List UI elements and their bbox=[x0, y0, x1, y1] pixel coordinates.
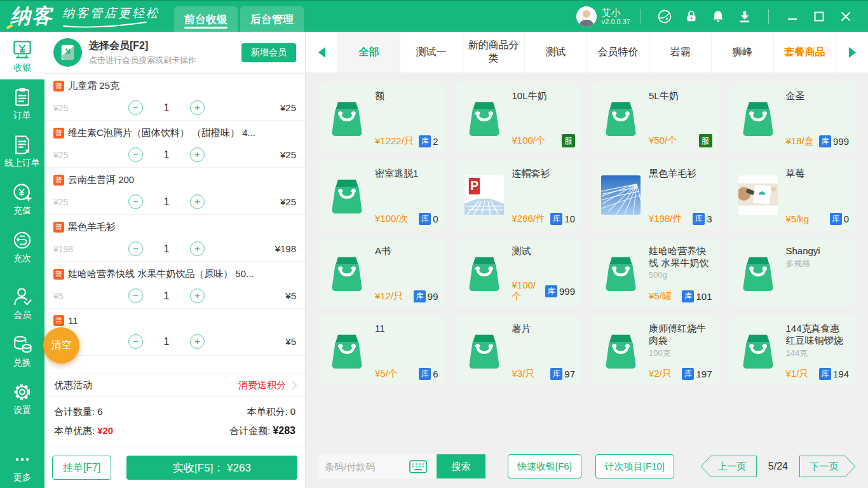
product-card[interactable]: 娃哈哈营养快线 水果牛奶饮 500g ¥5/罐 库 101 bbox=[592, 238, 719, 308]
product-card[interactable]: 密室逃脱1 ¥100/次 库 0 bbox=[318, 160, 445, 230]
sidebar-item-exchange[interactable]: 兑换 bbox=[0, 327, 44, 374]
clear-cart-button[interactable]: 清空 bbox=[43, 327, 79, 363]
category-tab-7[interactable]: 套餐商品 bbox=[773, 32, 836, 72]
parking-logo-image: P bbox=[465, 175, 504, 215]
stock-badge: 库 bbox=[682, 290, 694, 302]
category-tab-0[interactable]: 全部 bbox=[337, 32, 400, 72]
cart-items: 普 儿童霜 25克 ¥25 − 1 + ¥25 普 维生素C泡腾片（固体饮料） … bbox=[44, 74, 305, 374]
sidebar-item-settings[interactable]: 设置 bbox=[0, 374, 44, 422]
download-icon[interactable] bbox=[736, 8, 753, 25]
cart-item-total: ¥5 bbox=[285, 290, 296, 301]
increase-qty-button[interactable]: + bbox=[190, 100, 205, 115]
product-name: 144克真食惠红豆味铜锣烧 bbox=[786, 322, 850, 346]
avatar[interactable] bbox=[576, 6, 597, 27]
sidebar-item-more[interactable]: 更多 bbox=[0, 444, 44, 488]
lock-icon[interactable] bbox=[683, 8, 700, 25]
product-card[interactable]: 草莓 ¥5/kg 库 0 bbox=[729, 160, 856, 230]
category-tab-4[interactable]: 会员特价 bbox=[587, 32, 649, 72]
product-card[interactable]: 5L牛奶 ¥50/个 服 bbox=[592, 83, 719, 152]
cart-item-total: ¥25 bbox=[280, 102, 296, 113]
product-card[interactable]: 10L牛奶 ¥100/个 服 bbox=[456, 83, 582, 152]
increase-qty-button[interactable]: + bbox=[190, 241, 205, 256]
decrease-qty-button[interactable]: − bbox=[128, 194, 143, 209]
category-tab-5[interactable]: 岩霸 bbox=[649, 32, 711, 72]
sidebar-item-orders[interactable]: 订单 bbox=[0, 79, 44, 127]
add-member-button[interactable]: 新增会员 bbox=[241, 43, 296, 62]
sidebar-item-member[interactable]: 会员 bbox=[0, 279, 44, 327]
increase-qty-button[interactable]: + bbox=[190, 334, 205, 349]
header-divider bbox=[641, 9, 641, 24]
maximize-button[interactable] bbox=[810, 8, 829, 25]
product-card[interactable]: 144克真食惠红豆味铜锣烧 144克 ¥1/只 库 194 bbox=[729, 315, 856, 385]
prev-page-button[interactable]: 上一页 bbox=[701, 456, 757, 477]
product-card[interactable]: P 连帽套衫 ¥266/件 库 10 bbox=[456, 160, 582, 230]
decrease-qty-button[interactable]: − bbox=[128, 334, 143, 349]
next-page-button[interactable]: 下一页 bbox=[799, 456, 855, 477]
cart-item-row: 普 娃哈哈营养快线 水果牛奶饮品（原味） 50... ¥5 − 1 + ¥5 bbox=[44, 262, 305, 309]
close-button[interactable] bbox=[836, 8, 855, 25]
order-total-label: 合计金额: bbox=[229, 425, 270, 436]
category-tab-3[interactable]: 测试 bbox=[524, 32, 587, 72]
category-tab-2[interactable]: 新的商品分类 bbox=[462, 32, 524, 72]
header-divider bbox=[768, 9, 769, 24]
keyboard-icon[interactable] bbox=[407, 460, 429, 473]
header-right: 艾小 v2.0.0.37 bbox=[576, 6, 859, 27]
tab-front-cashier[interactable]: 前台收银 bbox=[174, 6, 238, 32]
shopping-bag-icon bbox=[465, 98, 504, 137]
product-card[interactable]: 测试 ¥100/个 库 999 bbox=[456, 238, 582, 308]
barcode-input[interactable] bbox=[318, 461, 407, 472]
tab-back-management[interactable]: 后台管理 bbox=[240, 6, 304, 32]
minimize-button[interactable] bbox=[783, 8, 802, 25]
bell-icon[interactable] bbox=[710, 8, 726, 25]
stock-count: 3 bbox=[707, 214, 712, 224]
product-card[interactable]: Shangyi 多规格 bbox=[729, 238, 856, 308]
promo-link[interactable]: 消费送积分 bbox=[238, 379, 286, 391]
product-card[interactable]: 11 ¥5/个 库 6 bbox=[318, 315, 445, 385]
category-scroll-right-icon[interactable] bbox=[836, 32, 868, 72]
sidebar-item-cashier[interactable]: 收银 bbox=[0, 32, 44, 79]
recharge-icon bbox=[11, 181, 34, 204]
cart-item-total: ¥25 bbox=[280, 149, 296, 160]
service-icon[interactable] bbox=[656, 8, 673, 25]
sidebar-nav: 收银订单线上订单充值充次会员兑换设置更多 bbox=[0, 32, 44, 488]
decrease-qty-button[interactable]: − bbox=[128, 288, 143, 303]
cart-item-name: 娃哈哈营养快线 水果牛奶饮品（原味） 50... bbox=[68, 268, 254, 280]
item-type-badge: 普 bbox=[53, 128, 64, 139]
search-button[interactable]: 搜索 bbox=[437, 454, 485, 478]
product-card[interactable]: 黑色羊毛衫 ¥198/件 库 3 bbox=[592, 160, 719, 230]
order-points: 本单积分:0 bbox=[247, 406, 295, 418]
increase-qty-button[interactable]: + bbox=[190, 147, 205, 162]
decrease-qty-button[interactable]: − bbox=[128, 147, 143, 162]
product-price: ¥18/盒 bbox=[786, 135, 814, 147]
stock-count: 999 bbox=[559, 286, 575, 297]
count-project-button[interactable]: 计次项目[F10] bbox=[595, 454, 674, 478]
category-scroll-left-icon[interactable] bbox=[306, 32, 337, 72]
quick-cashier-button[interactable]: 快速收银[F6] bbox=[508, 454, 581, 478]
select-member-bar[interactable]: 选择会员[F2] 点击进行会员搜索或刷卡操作 新增会员 bbox=[44, 32, 305, 74]
decrease-qty-button[interactable]: − bbox=[128, 241, 143, 256]
product-card[interactable]: 额 ¥1222/只 库 2 bbox=[318, 83, 445, 152]
increase-qty-button[interactable]: + bbox=[190, 194, 205, 209]
category-tab-1[interactable]: 测试一 bbox=[400, 32, 462, 72]
app-window: 纳客 纳客管店更轻松 前台收银 后台管理 艾小 v2.0.0.37 bbox=[0, 0, 868, 488]
order-summary: 合计数量:6 本单积分:0 本单优惠:¥20 合计金额:¥283 bbox=[44, 396, 305, 447]
hold-order-button[interactable]: 挂单[F7] bbox=[52, 456, 111, 480]
exchange-icon bbox=[11, 333, 34, 356]
orders-icon bbox=[11, 86, 34, 109]
product-card[interactable]: 薯片 ¥3/只 库 97 bbox=[456, 315, 582, 385]
cart-item-total: ¥25 bbox=[280, 196, 296, 207]
stock-count: 6 bbox=[433, 369, 438, 379]
shopping-bag-icon bbox=[738, 330, 778, 370]
product-card[interactable]: 金圣 ¥18/盒 库 999 bbox=[729, 83, 856, 152]
checkout-button[interactable]: 实收[F5]： ¥263 bbox=[126, 456, 297, 480]
cart-item-row: 普 维生素C泡腾片（固体饮料） （甜橙味） 4... ¥25 − 1 + ¥25 bbox=[44, 121, 305, 168]
product-card[interactable]: A书 ¥12/只 库 99 bbox=[318, 238, 445, 308]
product-card[interactable]: 康师傅红烧牛肉袋 100克 ¥2/只 库 197 bbox=[592, 315, 719, 385]
category-tab-6[interactable]: 狮峰 bbox=[711, 32, 773, 72]
sidebar-item-recharge-times[interactable]: 充次 bbox=[0, 222, 44, 270]
sidebar-item-recharge[interactable]: 充值 bbox=[0, 175, 44, 222]
decrease-qty-button[interactable]: − bbox=[128, 100, 143, 115]
cart-actions: 挂单[F7] 实收[F5]： ¥263 bbox=[44, 447, 305, 488]
increase-qty-button[interactable]: + bbox=[190, 288, 205, 303]
sidebar-item-online-orders[interactable]: 线上订单 bbox=[0, 127, 44, 175]
